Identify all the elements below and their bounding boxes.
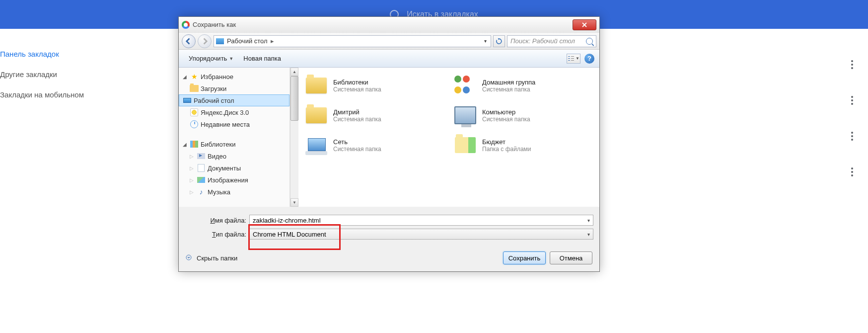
nav-forward-button[interactable] [198, 34, 212, 48]
chevron-down-icon[interactable]: ▾ [587, 232, 590, 237]
refresh-button[interactable] [493, 35, 505, 47]
sidebar-bookmarks-bar[interactable]: Панель закладок [0, 44, 169, 64]
file-computer[interactable]: Компьютер Системная папка [453, 103, 582, 127]
desktop-icon [183, 98, 191, 103]
expand-icon[interactable]: ▷ [190, 154, 195, 159]
expand-icon[interactable]: ▷ [190, 177, 195, 183]
help-button[interactable]: ? [584, 54, 594, 64]
search-icon [586, 38, 593, 45]
document-icon [198, 164, 205, 172]
breadcrumb[interactable]: Рабочий стол ▸ ▾ [214, 35, 491, 47]
form-area: ИИмя файла:мя файла: zakladki-iz-chrome.… [179, 207, 599, 247]
filetype-value: Chrome HTML Document [253, 231, 326, 238]
desktop-icon [216, 38, 224, 44]
file-label: Домашняя группа [482, 79, 535, 86]
hide-folders-link[interactable]: Скрыть папки [197, 254, 237, 262]
file-sublabel: Системная папка [333, 146, 381, 153]
tree-label: Изображения [208, 176, 248, 184]
chrome-sidebar: Панель закладок Другие закладки Закладки… [0, 44, 169, 105]
tree-label: Рабочий стол [194, 97, 234, 104]
file-label: Библиотеки [333, 79, 381, 86]
organize-button[interactable]: Упорядочить ▼ [184, 52, 238, 65]
tree-documents[interactable]: ▷ Документы [179, 162, 289, 174]
save-button[interactable]: Сохранить [503, 251, 546, 264]
cancel-button[interactable]: Отмена [550, 251, 592, 264]
scroll-down-icon[interactable]: ▼ [290, 198, 298, 207]
tree-label: Избранное [201, 73, 233, 81]
tree-scrollbar[interactable]: ▲ ▼ [290, 68, 298, 207]
view-mode-button[interactable]: ▼ [567, 54, 580, 64]
tree-images[interactable]: ▷ Изображения [179, 174, 289, 186]
expand-icon[interactable]: ▷ [190, 189, 195, 195]
recent-icon [190, 120, 198, 128]
tree-label: Музыка [208, 188, 230, 196]
chevron-down-icon[interactable]: ▾ [587, 218, 590, 223]
file-list[interactable]: Библиотеки Системная папка Домашняя груп… [298, 68, 599, 207]
dialog-title: Сохранить как [193, 21, 573, 28]
network-icon [305, 135, 327, 155]
folder-icon [190, 85, 199, 92]
tree-libraries[interactable]: ◢ Библиотеки [179, 138, 289, 150]
file-libraries[interactable]: Библиотеки Системная папка [304, 74, 434, 97]
dialog-search-input[interactable]: Поиск: Рабочий стол [507, 35, 596, 47]
kebab-menu-4[interactable] [851, 167, 853, 176]
file-sublabel: Системная папка [482, 86, 535, 93]
arrow-left-icon [185, 38, 192, 45]
sidebar-mobile-bookmarks[interactable]: Закладки на мобильном [0, 84, 169, 105]
collapse-icon[interactable]: ◢ [183, 142, 188, 147]
dialog-titlebar[interactable]: Сохранить как [179, 17, 599, 33]
nav-back-button[interactable] [182, 34, 196, 48]
save-as-dialog: Сохранить как Рабочий стол ▸ ▾ Поиск: Ра… [178, 16, 600, 272]
filetype-label: Тип файла: [185, 231, 249, 238]
budget-folder-icon [455, 137, 476, 153]
filetype-select[interactable]: Chrome HTML Document ▾ [249, 229, 593, 240]
organize-label: Упорядочить [189, 55, 227, 62]
tree-downloads[interactable]: Загрузки [179, 83, 289, 94]
video-icon [197, 153, 205, 159]
tree-yadisk[interactable]: Яндекс.Диск 3.0 [179, 106, 289, 118]
svg-rect-3 [571, 56, 574, 57]
new-folder-button[interactable]: Новая папка [238, 52, 286, 65]
close-icon [582, 22, 587, 27]
search-placeholder-text: Поиск: Рабочий стол [510, 37, 575, 45]
file-network[interactable]: Сеть Системная папка [304, 133, 434, 157]
file-label: Сеть [333, 138, 381, 146]
kebab-menu-3[interactable] [851, 132, 853, 141]
tree-label: Яндекс.Диск 3.0 [201, 109, 249, 116]
file-sublabel: Системная папка [333, 86, 381, 93]
homegroup-icon [454, 76, 476, 95]
libraries-icon [306, 78, 327, 93]
filename-input[interactable]: zakladki-iz-chrome.html ▾ [249, 215, 593, 226]
file-label: Бюджет [482, 138, 531, 146]
yadisk-icon [190, 108, 198, 116]
tree-videos[interactable]: ▷ Видео [179, 150, 289, 162]
view-icon [568, 55, 575, 62]
sidebar-other-bookmarks[interactable]: Другие закладки [0, 64, 169, 84]
dialog-footer: Скрыть папки Сохранить Отмена [179, 247, 599, 271]
bookmarks-list-area [635, 47, 868, 190]
tree-music[interactable]: ▷ ♪ Музыка [179, 186, 289, 198]
file-homegroup[interactable]: Домашняя группа Системная папка [453, 74, 582, 97]
close-button[interactable] [573, 19, 596, 30]
scroll-thumb[interactable] [290, 76, 298, 121]
tree-label: Видео [208, 153, 226, 160]
file-sublabel: Системная папка [482, 116, 530, 123]
scroll-up-icon[interactable]: ▲ [290, 68, 298, 76]
tree-recent[interactable]: Недавние места [179, 118, 289, 130]
kebab-menu-2[interactable] [851, 96, 853, 105]
expand-icon[interactable] [186, 254, 194, 262]
svg-rect-4 [571, 58, 574, 59]
tree-favorites[interactable]: ◢ ★ Избранное [179, 71, 289, 83]
user-folder-icon [306, 107, 327, 123]
dialog-content: ◢ ★ Избранное Загрузки Рабочий стол Янде… [179, 68, 599, 207]
svg-rect-1 [568, 58, 570, 59]
file-user[interactable]: Дмитрий Системная папка [304, 103, 434, 127]
file-budget[interactable]: Бюджет Папка с файлами [453, 133, 582, 157]
tree-desktop[interactable]: Рабочий стол [179, 94, 289, 106]
arrow-right-icon [201, 38, 208, 45]
collapse-icon[interactable]: ◢ [183, 74, 188, 80]
breadcrumb-dropdown[interactable]: ▾ [482, 38, 489, 44]
file-sublabel: Папка с файлами [482, 146, 531, 153]
kebab-menu-1[interactable] [851, 60, 853, 69]
expand-icon[interactable]: ▷ [190, 166, 195, 171]
